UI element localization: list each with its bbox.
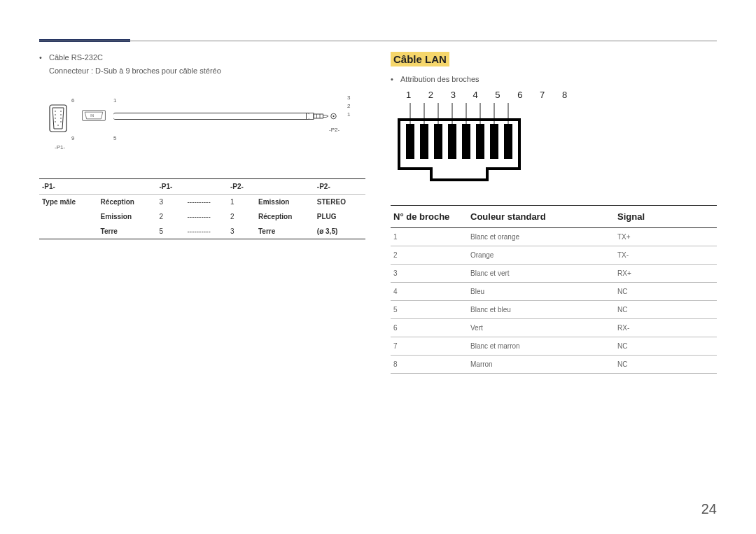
- table-cell: 5: [156, 224, 184, 239]
- th-empty1: [98, 179, 157, 195]
- lan-th-color: Couleur standard: [468, 206, 615, 227]
- svg-point-10: [60, 111, 62, 112]
- lan-heading: Câble LAN: [391, 52, 449, 66]
- th-empty3: [255, 179, 314, 195]
- rs232-sub-text: Connecteur : D-Sub à 9 broches pour câbl…: [49, 65, 365, 77]
- svg-rect-31: [476, 124, 484, 159]
- svg-point-17: [57, 125, 59, 126]
- p1-diagram-label: -P1-: [55, 144, 65, 150]
- lan-cell-color: Blanc et vert: [468, 265, 615, 282]
- lan-table-row: 2OrangeTX-: [391, 246, 717, 265]
- lan-cell-pin: 7: [391, 337, 468, 355]
- lan-cell-signal: RX+: [615, 265, 717, 282]
- rj45-diagram: 1 2 3 4 5 6 7 8: [395, 90, 717, 190]
- plug-num-1: 1: [347, 111, 350, 118]
- table-cell: Réception: [255, 209, 314, 224]
- content-columns: • Câble RS-232C Connecteur : D-Sub à 9 b…: [39, 52, 717, 374]
- th-p1b: -P1-: [156, 179, 184, 195]
- lan-table-row: 6VertRX-: [391, 319, 717, 337]
- cable-line-icon: [113, 113, 309, 120]
- table-row: Terre5----------3Terre(ø 3,5): [39, 224, 365, 239]
- svg-rect-3: [314, 114, 323, 118]
- rj45-pin-numbers: 1 2 3 4 5 6 7 8: [406, 90, 717, 103]
- lan-cell-pin: 1: [391, 228, 468, 246]
- lan-cell-pin: 4: [391, 283, 468, 300]
- svg-rect-30: [462, 124, 470, 159]
- table-cell: Terre: [98, 224, 157, 239]
- lan-cell-signal: TX-: [615, 246, 717, 264]
- svg-point-12: [60, 114, 62, 115]
- lan-bullet: • Attribution des broches: [391, 73, 717, 85]
- p2-diagram-label: -P2-: [329, 127, 340, 133]
- dsub-connector-icon: IN: [74, 106, 113, 125]
- rs232-bullet-text: Câble RS-232C: [49, 52, 103, 64]
- table-cell: 3: [156, 195, 184, 210]
- plug-num-2: 2: [347, 103, 350, 109]
- table-row: Type mâleRéception3----------1EmissionST…: [39, 195, 365, 210]
- page-number: 24: [701, 501, 717, 517]
- lan-cell-color: Orange: [468, 246, 615, 264]
- lan-cell-pin: 6: [391, 319, 468, 337]
- svg-point-16: [60, 121, 62, 122]
- dsub-num-tl: 6: [71, 97, 74, 104]
- dsub-num-br: 5: [113, 135, 116, 141]
- svg-rect-26: [406, 124, 414, 159]
- svg-rect-8: [50, 105, 66, 132]
- svg-point-11: [55, 114, 56, 115]
- table-cell: STEREO: [314, 195, 365, 210]
- header-rule: [39, 41, 717, 41]
- table-cell: Emission: [98, 209, 157, 224]
- lan-table-row: 1Blanc et orangeTX+: [391, 228, 717, 246]
- table-cell: Emission: [255, 195, 314, 210]
- svg-rect-28: [434, 124, 442, 159]
- svg-point-15: [55, 121, 56, 122]
- svg-rect-27: [420, 124, 428, 159]
- lan-cell-pin: 3: [391, 265, 468, 282]
- rs232-bullet: • Câble RS-232C: [39, 52, 365, 64]
- right-column: Câble LAN • Attribution des broches 1 2 …: [391, 52, 717, 374]
- lan-table-body: 1Blanc et orangeTX+2OrangeTX-3Blanc et v…: [391, 228, 717, 374]
- th-p2a: -P2-: [227, 179, 255, 195]
- table-row: Emission2----------2RéceptionPLUG: [39, 209, 365, 224]
- lan-cell-color: Blanc et bleu: [468, 301, 615, 318]
- svg-point-14: [60, 118, 62, 119]
- table-cell: Réception: [98, 195, 157, 210]
- rs232-pin-table: -P1- -P1- -P2- -P2- Type mâleRéception3-…: [39, 178, 365, 239]
- lan-bullet-text: Attribution des broches: [400, 73, 479, 85]
- lan-cell-signal: TX+: [615, 228, 717, 246]
- bullet-dot-icon: •: [391, 73, 400, 85]
- dsub-front-icon: [48, 103, 69, 134]
- svg-rect-2: [307, 113, 314, 120]
- lan-cell-signal: RX-: [615, 319, 717, 337]
- table-cell: [39, 224, 98, 239]
- lan-th-signal: Signal: [615, 206, 717, 227]
- bullet-dot-icon: •: [39, 52, 49, 64]
- th-p1a: -P1-: [39, 179, 98, 195]
- table-cell: 2: [227, 209, 255, 224]
- lan-cell-signal: NC: [615, 337, 717, 355]
- left-column: • Câble RS-232C Connecteur : D-Sub à 9 b…: [39, 52, 365, 374]
- table-cell: ----------: [184, 209, 227, 224]
- lan-cell-pin: 8: [391, 356, 468, 373]
- table-cell: ----------: [184, 224, 227, 239]
- lan-table-row: 7Blanc et marronNC: [391, 337, 717, 356]
- stereo-plug-icon: [305, 110, 339, 122]
- lan-cell-pin: 5: [391, 301, 468, 318]
- lan-cell-color: Blanc et marron: [468, 337, 615, 355]
- table-cell: 1: [227, 195, 255, 210]
- table-header-row: -P1- -P1- -P2- -P2-: [39, 179, 365, 195]
- svg-rect-33: [504, 124, 512, 159]
- lan-cell-pin: 2: [391, 246, 468, 264]
- table-cell: 3: [227, 224, 255, 239]
- lan-table-header: N° de broche Couleur standard Signal: [391, 205, 717, 228]
- rj45-connector-icon: [395, 103, 535, 187]
- svg-rect-29: [448, 124, 456, 159]
- lan-cell-color: Vert: [468, 319, 615, 337]
- lan-cell-signal: NC: [615, 283, 717, 300]
- lan-cell-color: Bleu: [468, 283, 615, 300]
- svg-rect-32: [490, 124, 498, 159]
- lan-cell-signal: NC: [615, 301, 717, 318]
- table-cell: [39, 209, 98, 224]
- lan-table-row: 4BleuNC: [391, 283, 717, 301]
- plug-num-3: 3: [347, 94, 350, 101]
